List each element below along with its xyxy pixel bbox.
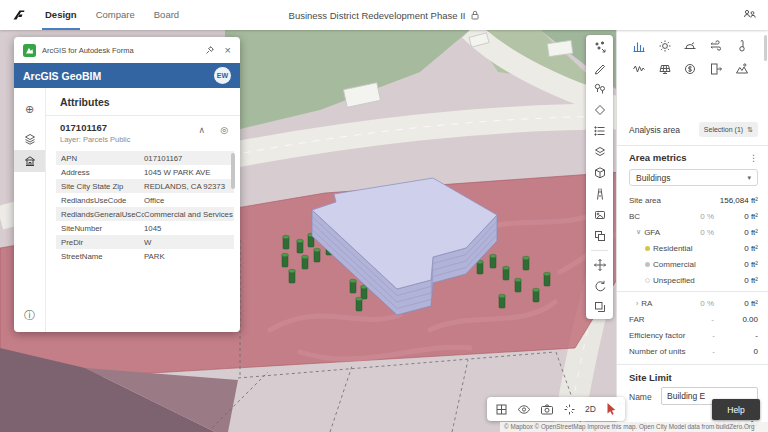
visibility-icon[interactable] <box>517 403 531 416</box>
lock-icon <box>470 10 479 20</box>
volume-tool-icon[interactable] <box>593 166 607 180</box>
coin-icon[interactable] <box>683 62 697 76</box>
rotate-tool-icon[interactable] <box>593 279 607 293</box>
geobim-content: Attributes 017101167 Layer: Parcels Publ… <box>46 88 240 332</box>
selection-chip[interactable]: Selection (1) ⇅ <box>699 122 758 137</box>
scatter-tool-icon[interactable] <box>593 40 607 54</box>
collapse-icon[interactable]: ∧ <box>199 125 206 135</box>
top-bar: Design Compare Board Business District R… <box>0 0 768 30</box>
tab-board[interactable]: Board <box>154 0 179 30</box>
metric-row-efficiency: Efficiency factor - - <box>629 327 758 343</box>
metric-row-gfa[interactable]: ∨ GFA 0 % 0 ft² <box>629 224 758 240</box>
table-row: RedlandsGeneralUseCode Commercial and Se… <box>56 207 234 221</box>
metric-row-residential: Residential 0 ft² <box>629 240 758 256</box>
table-row: RedlandsUseCode Office <box>56 193 234 207</box>
table-row: PreDir W <box>56 235 234 249</box>
plan-grid-icon[interactable] <box>495 403 508 416</box>
geobim-sidebar: ⊕ ⓘ <box>14 88 46 332</box>
divider <box>617 145 768 146</box>
geobim-product-name: ArcGIS GeoBIM <box>23 70 214 82</box>
geobim-app-icon <box>23 44 36 57</box>
chevron-down-icon[interactable]: ∨ <box>636 228 641 236</box>
cursor-tool-icon[interactable] <box>605 402 617 416</box>
autodesk-logo-icon <box>12 8 26 22</box>
close-icon[interactable]: × <box>225 45 231 56</box>
table-row: Site City State Zip REDLANDS, CA 92373 <box>56 179 234 193</box>
attributes-heading: Attributes <box>46 88 240 116</box>
door-arrow-icon[interactable] <box>709 62 723 76</box>
table-row: StreetName PARK <box>56 249 234 263</box>
pencil-tool-icon[interactable] <box>593 61 607 75</box>
attributes-table[interactable]: APN 017101167 Address 1045 W PARK AVE Si… <box>56 151 234 263</box>
noise-icon[interactable] <box>632 62 646 76</box>
chevron-down-icon: ▾ <box>747 174 751 182</box>
metric-row-site-area: Site area 156,084 ft² <box>629 192 758 208</box>
feature-layer: Layer: Parcels Public <box>60 135 232 144</box>
geobim-app-title: ArcGIS for Autodesk Forma <box>42 46 197 55</box>
selection-expand-icon[interactable]: ⇅ <box>747 126 753 134</box>
camera-icon[interactable] <box>540 403 554 416</box>
attributes-feature-icon[interactable] <box>14 150 45 172</box>
design-toolbar <box>586 35 613 319</box>
area-metrics-title: Area metrics <box>629 152 749 163</box>
thermometer-icon[interactable] <box>735 39 749 53</box>
geobim-title-bar: ArcGIS GeoBIM EW <box>14 63 240 88</box>
help-button[interactable]: Help <box>712 399 760 420</box>
road-tool-icon[interactable] <box>593 187 607 201</box>
add-data-icon[interactable]: ⊕ <box>14 98 45 120</box>
table-row: Address 1045 W PARK AVE <box>56 165 234 179</box>
site-name-label: Name <box>629 392 652 402</box>
image-tool-icon[interactable] <box>593 208 607 222</box>
project-title: Business District Redevelopment Phase II <box>289 10 466 21</box>
layers-icon[interactable] <box>14 128 45 150</box>
view-toolbar: 2D <box>487 397 625 421</box>
solar-panel-icon[interactable] <box>658 62 672 76</box>
panel-scrollbar[interactable] <box>764 35 767 61</box>
2d-toggle[interactable]: 2D <box>585 404 596 414</box>
metric-row-ra[interactable]: › RA 0 % 0 ft² <box>629 295 758 311</box>
analysis-icon-grid <box>626 39 755 76</box>
sun-icon[interactable] <box>658 39 672 53</box>
dome-icon[interactable] <box>683 39 697 53</box>
layers-tool-icon[interactable] <box>593 145 607 159</box>
metric-row-far: FAR - 0.00 <box>629 311 758 327</box>
avatar[interactable]: EW <box>214 67 231 84</box>
commercial-dot <box>645 262 650 267</box>
mountain-icon[interactable] <box>735 62 749 76</box>
map-attribution[interactable]: © Mapbox © OpenStreetMap Improve this ma… <box>500 422 768 432</box>
kebab-menu-icon[interactable]: ⋮ <box>749 153 758 163</box>
bar-chart-icon[interactable] <box>632 39 646 53</box>
zoom-to-feature-icon[interactable]: ◎ <box>220 125 228 135</box>
buildings-select[interactable]: Buildings ▾ <box>629 169 758 186</box>
group-tool-icon[interactable] <box>593 229 607 243</box>
move-tool-icon[interactable] <box>593 258 607 272</box>
table-scrollbar[interactable] <box>231 153 235 189</box>
metric-row-bc: BC 0 % 0 ft² <box>629 208 758 224</box>
vegetation-tool-icon[interactable] <box>593 82 607 96</box>
analysis-panel: Analysis area Selection (1) ⇅ Area metri… <box>616 30 768 432</box>
divider <box>617 364 768 365</box>
geobim-panel: ArcGIS for Autodesk Forma × ArcGIS GeoBI… <box>14 37 240 332</box>
unspecified-dot <box>645 278 650 283</box>
duplicate-tool-icon[interactable] <box>593 300 607 314</box>
levels-tool-icon[interactable] <box>593 124 607 138</box>
wind-icon[interactable] <box>709 39 723 53</box>
tab-design[interactable]: Design <box>45 0 77 30</box>
pin-icon[interactable] <box>205 45 215 55</box>
residential-dot <box>645 246 650 251</box>
table-row: APN 017101167 <box>56 151 234 165</box>
toolbar-divider <box>591 250 608 251</box>
site-limit-title: Site Limit <box>629 372 672 383</box>
geobim-panel-header[interactable]: ArcGIS for Autodesk Forma × <box>14 37 240 63</box>
chevron-right-icon[interactable]: › <box>636 300 638 307</box>
metric-row-unspecified: Unspecified 0 ft² <box>629 272 758 288</box>
analysis-area-label: Analysis area <box>629 125 699 135</box>
effects-icon[interactable] <box>563 403 576 416</box>
info-icon[interactable]: ⓘ <box>14 304 45 326</box>
metric-row-units: Number of units - 0 <box>629 343 758 359</box>
table-row: SiteNumber 1045 <box>56 221 234 235</box>
divider <box>617 291 768 292</box>
zone-tool-icon[interactable] <box>593 103 607 117</box>
collaboration-icon[interactable] <box>743 8 756 21</box>
tab-compare[interactable]: Compare <box>96 0 135 30</box>
